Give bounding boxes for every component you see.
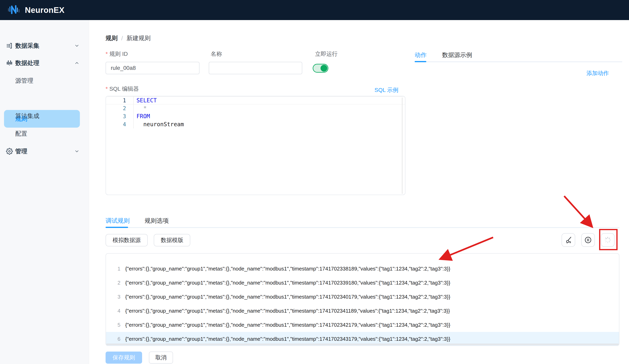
debug-output-panel[interactable]: 1 {"errors":{},"group_name":"group1","me…: [106, 253, 619, 346]
name-label: 名称: [211, 50, 222, 58]
add-action-link[interactable]: 添加动作: [587, 69, 609, 77]
output-row[interactable]: 4 {"errors":{},"group_name":"group1","me…: [106, 304, 619, 318]
row-json: {"errors":{},"group_name":"group1","meta…: [125, 322, 450, 328]
sidebar-item-data-processing[interactable]: 数据处理: [0, 54, 89, 72]
run-toggle[interactable]: [313, 64, 328, 73]
row-json: {"errors":{},"group_name":"group1","meta…: [125, 336, 450, 342]
sql-example-link[interactable]: SQL 示例: [374, 86, 398, 94]
row-json: {"errors":{},"group_name":"group1","meta…: [125, 280, 450, 286]
sidebar-item-label: 算法集成: [15, 107, 39, 125]
output-row[interactable]: 5 {"errors":{},"group_name":"group1","me…: [106, 318, 619, 332]
cancel-button[interactable]: 取消: [149, 352, 173, 364]
sidebar-item-label: 数据采集: [15, 37, 39, 55]
save-rule-button[interactable]: 保存规则: [106, 352, 142, 364]
sidebar-item-label: 管理: [15, 142, 27, 160]
tab-actions[interactable]: 动作: [415, 51, 427, 59]
data-processing-icon: [6, 60, 13, 66]
breadcrumb: 规则 / 新建规则: [106, 34, 151, 42]
required-mark: *: [106, 86, 108, 92]
row-number: 1: [106, 266, 125, 272]
breadcrumb-rules-link[interactable]: 规则: [106, 34, 118, 42]
output-row[interactable]: 2 {"errors":{},"group_name":"group1","me…: [106, 276, 619, 290]
debug-panel-tabs: 调试规则 规则选项: [106, 217, 183, 225]
pause-button[interactable]: [581, 233, 595, 247]
broom-icon: [565, 236, 572, 244]
output-row[interactable]: 1 {"errors":{},"group_name":"group1","me…: [106, 262, 619, 276]
sidebar-item-data-collection[interactable]: 数据采集: [0, 37, 89, 55]
code-text: neuronStream: [133, 121, 405, 128]
rule-id-input[interactable]: [106, 62, 199, 74]
row-json: {"errors":{},"group_name":"group1","meta…: [125, 294, 450, 300]
row-number: 6: [106, 336, 125, 342]
tabs-track: [106, 227, 619, 228]
gear-icon: [6, 148, 13, 155]
page: NeuronEX 数据采集 数据处理: [0, 0, 629, 364]
tab-rule-options[interactable]: 规则选项: [145, 217, 168, 225]
rule-id-label: *规则 ID: [106, 50, 128, 58]
row-number: 5: [106, 322, 125, 328]
row-number: 4: [106, 308, 125, 314]
breadcrumb-separator: /: [121, 35, 123, 42]
code-text: *: [133, 104, 405, 112]
code-line: 3 FROM: [106, 112, 405, 121]
tab-datasource-example[interactable]: 数据源示例: [442, 51, 472, 59]
row-json: {"errors":{},"group_name":"group1","meta…: [125, 308, 450, 314]
row-number: 3: [106, 294, 125, 300]
sql-editor-label: *SQL 编辑器: [106, 85, 139, 93]
top-navbar: NeuronEX: [0, 0, 629, 20]
sidebar-item-management[interactable]: 管理: [0, 142, 89, 160]
tabs-track: [415, 61, 622, 62]
sidebar-item-label: 配置: [15, 125, 27, 142]
sidebar-item-configuration[interactable]: 配置: [0, 125, 89, 142]
simulate-datasource-button[interactable]: 模拟数据源: [106, 234, 148, 246]
active-tab-indicator: [106, 227, 128, 228]
run-immediately-label: 立即运行: [315, 50, 337, 58]
line-number: 4: [106, 121, 133, 128]
breadcrumb-current: 新建规则: [127, 34, 151, 42]
tab-debug-rule[interactable]: 调试规则: [106, 217, 130, 225]
refresh-loading-button[interactable]: [601, 233, 615, 247]
code-text: SELECT: [133, 97, 405, 104]
toggle-knob: [320, 65, 327, 72]
annotation-arrow-to-refresh: [564, 196, 592, 226]
sidebar-item-label: 源管理: [15, 72, 33, 90]
horizontal-scrollbar[interactable]: [106, 344, 619, 345]
pause-icon: [584, 236, 592, 244]
sidebar-item-source-management[interactable]: 源管理: [0, 72, 89, 90]
code-line: 4 neuronStream: [106, 121, 405, 128]
app-title: NeuronEX: [25, 6, 64, 15]
action-panel-tabs: 动作 数据源示例: [415, 51, 486, 59]
chevron-down-icon: [74, 149, 79, 154]
name-input[interactable]: [209, 62, 302, 74]
row-number: 2: [106, 280, 125, 286]
sidebar-item-label: 数据处理: [15, 54, 39, 72]
row-json: {"errors":{},"group_name":"group1","meta…: [125, 266, 450, 272]
spinner-icon: [604, 236, 612, 244]
sql-code-editor[interactable]: 1 SELECT 2 * 3 FROM 4 neuronStream: [106, 96, 405, 195]
line-number: 2: [106, 104, 133, 112]
line-number: 1: [106, 97, 133, 104]
code-line: 2 *: [106, 104, 405, 112]
data-collection-icon: [6, 42, 13, 49]
chevron-up-icon: [74, 60, 79, 66]
chevron-down-icon: [74, 43, 79, 48]
code-line: 1 SELECT: [106, 96, 405, 104]
sidebar-item-algorithm-integration[interactable]: 算法集成: [0, 107, 89, 125]
active-tab-indicator: [415, 61, 426, 62]
code-text: FROM: [133, 112, 405, 121]
clear-output-button[interactable]: [562, 233, 575, 247]
sidebar: 数据采集 数据处理 源管理 规则 算法集成 配置: [0, 20, 89, 364]
neuronex-logo-icon: [7, 3, 20, 17]
editor-scrollbar[interactable]: [402, 98, 403, 194]
line-number: 3: [106, 112, 133, 121]
output-row[interactable]: 3 {"errors":{},"group_name":"group1","me…: [106, 290, 619, 304]
data-template-button[interactable]: 数据模版: [154, 234, 190, 246]
required-mark: *: [106, 51, 108, 57]
